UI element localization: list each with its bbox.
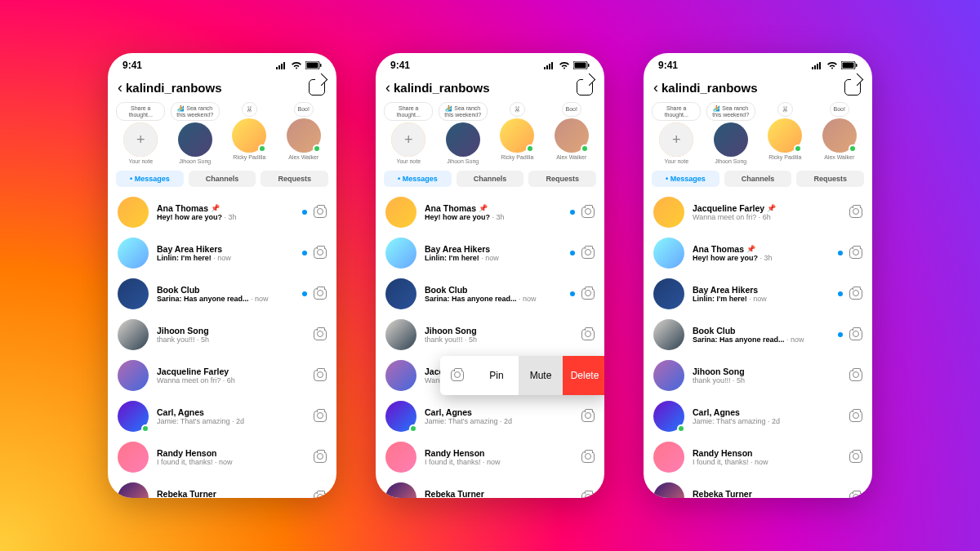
- chat-row[interactable]: Ana Thomas📌Hey! how are you? · 3h: [108, 192, 336, 233]
- note-item[interactable]: 🏄 Sea ranch this weekend?Jihoon Song: [706, 102, 756, 164]
- chat-list[interactable]: Ana Thomas📌Hey! how are you? · 3hBay Are…: [376, 192, 604, 498]
- chat-avatar[interactable]: [653, 238, 684, 269]
- camera-icon[interactable]: [314, 451, 327, 463]
- camera-icon[interactable]: [849, 370, 862, 381]
- camera-icon[interactable]: [849, 411, 862, 422]
- chat-avatar[interactable]: [118, 278, 149, 309]
- note-avatar[interactable]: [232, 118, 266, 153]
- chat-row[interactable]: Jihoon Songthank you!!! · 5h: [108, 314, 336, 355]
- camera-icon[interactable]: [314, 207, 327, 218]
- chat-avatar[interactable]: [118, 360, 149, 391]
- chat-row[interactable]: Rebeka TurnerHappy Birthday!! · now: [644, 478, 872, 498]
- chat-avatar[interactable]: [118, 482, 149, 498]
- chat-avatar[interactable]: [385, 360, 416, 391]
- camera-icon[interactable]: [314, 411, 327, 422]
- tab-channels[interactable]: Channels: [457, 171, 524, 187]
- header-username[interactable]: kalindi_ranbows: [394, 81, 490, 95]
- note-avatar[interactable]: [768, 118, 802, 153]
- note-item[interactable]: Boo!Alex Walker: [547, 102, 597, 164]
- chat-avatar[interactable]: [653, 442, 684, 473]
- compose-icon[interactable]: [309, 79, 325, 96]
- note-item[interactable]: Boo!Alex Walker: [815, 102, 865, 164]
- chat-row[interactable]: Ana Thomas📌Hey! how are you? · 3h: [376, 192, 604, 233]
- chat-row[interactable]: Jacqueline FarleyWanna meet on fri? · 6h…: [376, 355, 604, 396]
- chat-row[interactable]: Rebeka TurnerHappy Birthday!! · now: [108, 478, 336, 498]
- header-username[interactable]: kalindi_ranbows: [662, 81, 758, 95]
- chat-avatar[interactable]: [385, 238, 416, 269]
- swipe-camera[interactable]: [440, 356, 474, 395]
- camera-icon[interactable]: [849, 492, 862, 498]
- camera-icon[interactable]: [849, 451, 862, 463]
- note-item[interactable]: 🐰Ricky Padilla: [492, 102, 542, 164]
- tab-messages[interactable]: • Messages: [652, 171, 719, 187]
- back-icon[interactable]: ‹: [653, 80, 658, 95]
- chat-avatar[interactable]: [385, 278, 416, 309]
- back-icon[interactable]: ‹: [118, 80, 122, 95]
- chat-row[interactable]: Randy HensonI found it, thanks! · now: [644, 437, 872, 478]
- note-avatar[interactable]: [446, 122, 480, 157]
- chat-avatar[interactable]: [385, 442, 416, 473]
- note-avatar[interactable]: [287, 118, 321, 153]
- chat-row[interactable]: Book ClubSarina: Has anyone read... · no…: [376, 273, 604, 314]
- note-avatar[interactable]: [391, 122, 425, 157]
- chat-row[interactable]: Book ClubSarina: Has anyone read... · no…: [644, 314, 872, 355]
- swipe-delete[interactable]: Delete: [563, 356, 604, 395]
- chat-row[interactable]: Jihoon Songthank you!!! · 5h: [376, 314, 604, 355]
- chat-avatar[interactable]: [653, 482, 684, 498]
- chat-row[interactable]: Randy HensonI found it, thanks! · now: [108, 437, 336, 478]
- note-avatar[interactable]: [714, 122, 748, 157]
- back-icon[interactable]: ‹: [385, 80, 390, 95]
- chat-avatar[interactable]: [653, 197, 684, 228]
- camera-icon[interactable]: [314, 288, 327, 300]
- notes-row[interactable]: Share a thought...Your note🏄 Sea ranch t…: [108, 100, 336, 167]
- chat-row[interactable]: Bay Area HikersLinlin: I'm here! · now: [108, 233, 336, 273]
- compose-icon[interactable]: [577, 79, 593, 96]
- note-avatar[interactable]: [659, 122, 693, 157]
- chat-row[interactable]: Jihoon Songthank you!!! · 5h: [644, 355, 872, 396]
- camera-icon[interactable]: [849, 247, 862, 259]
- camera-icon[interactable]: [314, 329, 327, 340]
- chat-list[interactable]: Ana Thomas📌Hey! how are you? · 3hBay Are…: [108, 192, 336, 498]
- chat-list[interactable]: Jacqueline Farley📌Wanna meet on fri? · 6…: [644, 192, 872, 498]
- tab-messages[interactable]: • Messages: [116, 171, 184, 187]
- chat-avatar[interactable]: [385, 482, 416, 498]
- chat-row[interactable]: Jacqueline FarleyWanna meet on fri? · 6h: [108, 355, 336, 396]
- note-item[interactable]: 🏄 Sea ranch this weekend?Jihoon Song: [171, 102, 220, 164]
- chat-row[interactable]: Carl, AgnesJamie: That's amazing · 2d: [108, 396, 336, 437]
- tab-requests[interactable]: Requests: [796, 171, 864, 187]
- note-item[interactable]: Boo!Alex Walker: [279, 102, 329, 164]
- note-item[interactable]: Share a thought...Your note: [384, 102, 434, 164]
- notes-row[interactable]: Share a thought...Your note🏄 Sea ranch t…: [376, 100, 604, 167]
- chat-avatar[interactable]: [118, 401, 149, 432]
- swipe-mute[interactable]: Mute: [519, 356, 563, 395]
- camera-icon[interactable]: [581, 207, 595, 218]
- tab-messages[interactable]: • Messages: [384, 171, 452, 187]
- chat-avatar[interactable]: [653, 319, 684, 350]
- camera-icon[interactable]: [581, 247, 595, 259]
- camera-icon[interactable]: [849, 288, 862, 300]
- note-avatar[interactable]: [178, 122, 212, 157]
- camera-icon[interactable]: [849, 329, 862, 340]
- chat-row[interactable]: Rebeka TurnerHappy Birthday!! · now: [376, 478, 604, 498]
- camera-icon[interactable]: [314, 247, 327, 259]
- camera-icon[interactable]: [314, 492, 327, 498]
- tab-requests[interactable]: Requests: [528, 171, 596, 187]
- header-username[interactable]: kalindi_ranbows: [126, 81, 222, 95]
- chat-avatar[interactable]: [118, 442, 149, 473]
- chat-avatar[interactable]: [118, 319, 149, 350]
- note-item[interactable]: Share a thought...Your note: [116, 102, 166, 164]
- chat-row[interactable]: Carl, AgnesJamie: That's amazing · 2d: [644, 396, 872, 437]
- chat-avatar[interactable]: [653, 360, 684, 391]
- chat-avatar[interactable]: [385, 319, 416, 350]
- camera-icon[interactable]: [581, 329, 595, 340]
- swipe-pin[interactable]: Pin: [474, 356, 519, 395]
- chat-avatar[interactable]: [385, 197, 416, 228]
- chat-row[interactable]: Book ClubSarina: Has anyone read... · no…: [108, 273, 336, 314]
- note-avatar[interactable]: [500, 118, 534, 153]
- note-item[interactable]: Share a thought...Your note: [652, 102, 702, 164]
- compose-icon[interactable]: [844, 79, 861, 96]
- tab-channels[interactable]: Channels: [189, 171, 256, 187]
- camera-icon[interactable]: [314, 370, 327, 381]
- note-avatar[interactable]: [822, 118, 857, 153]
- camera-icon[interactable]: [581, 288, 595, 300]
